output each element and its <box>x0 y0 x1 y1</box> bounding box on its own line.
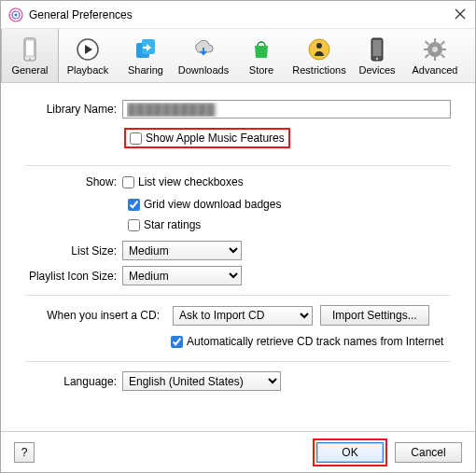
ok-highlight: OK <box>313 438 387 466</box>
library-name-field[interactable] <box>122 100 451 118</box>
gear-icon <box>422 36 448 63</box>
svg-rect-6 <box>26 40 35 56</box>
separator <box>25 165 451 166</box>
list-size-select[interactable]: Medium <box>122 241 242 260</box>
import-settings-button[interactable]: Import Settings... <box>320 305 429 326</box>
tab-general[interactable]: General <box>1 29 59 82</box>
tab-label: Downloads <box>178 64 229 76</box>
svg-point-12 <box>309 39 329 60</box>
list-view-checkboxes-checkbox[interactable] <box>122 176 134 188</box>
tab-playback[interactable]: Playback <box>59 29 117 82</box>
star-ratings-checkbox[interactable] <box>128 219 140 231</box>
svg-point-18 <box>432 47 438 52</box>
ok-button[interactable]: OK <box>316 442 384 463</box>
svg-rect-22 <box>441 49 446 50</box>
apple-music-highlight: Show Apple Music Features <box>124 128 290 148</box>
tab-label: Devices <box>358 64 395 76</box>
tab-devices[interactable]: Devices <box>348 29 406 82</box>
svg-rect-21 <box>424 49 428 50</box>
svg-point-7 <box>29 57 31 59</box>
svg-rect-26 <box>425 53 429 58</box>
tab-restrictions[interactable]: Restrictions <box>290 29 348 82</box>
auto-retrieve-checkbox[interactable] <box>171 336 183 348</box>
svg-rect-20 <box>434 56 436 61</box>
tab-label: Advanced <box>413 64 458 76</box>
tab-advanced[interactable]: Advanced <box>406 29 464 82</box>
tab-label: Restrictions <box>292 64 345 76</box>
separator <box>25 361 451 362</box>
tab-label: Playback <box>67 64 109 76</box>
close-icon[interactable] <box>455 8 468 21</box>
svg-point-16 <box>376 57 378 59</box>
sharing-icon <box>133 36 159 63</box>
library-name-label: Library Name: <box>25 103 122 116</box>
restrictions-icon <box>306 36 332 63</box>
svg-rect-25 <box>441 40 445 45</box>
store-icon <box>248 36 274 63</box>
svg-rect-24 <box>441 53 445 58</box>
cd-action-select[interactable]: Ask to Import CD <box>173 306 313 326</box>
list-size-label: List Size: <box>25 244 122 257</box>
playlist-icon-size-label: Playlist Icon Size: <box>25 270 122 283</box>
play-icon <box>75 36 101 63</box>
star-ratings-label: Star ratings <box>144 218 201 231</box>
svg-rect-19 <box>434 38 436 43</box>
footer: ? OK Cancel <box>1 431 475 472</box>
separator <box>25 295 451 296</box>
language-select[interactable]: English (United States) <box>122 371 281 391</box>
playlist-icon-size-select[interactable]: Medium <box>122 266 242 285</box>
tab-sharing[interactable]: Sharing <box>117 29 175 82</box>
show-apple-music-label: Show Apple Music Features <box>146 132 285 145</box>
tab-store[interactable]: Store <box>232 29 290 82</box>
devices-icon <box>364 36 390 63</box>
language-label: Language: <box>25 375 122 388</box>
cloud-download-icon <box>190 36 217 63</box>
show-apple-music-checkbox[interactable] <box>130 132 142 145</box>
cancel-button[interactable]: Cancel <box>395 442 462 463</box>
device-icon <box>17 36 43 63</box>
svg-point-2 <box>15 13 18 16</box>
tab-downloads[interactable]: Downloads <box>175 29 232 82</box>
titlebar: General Preferences <box>1 1 475 29</box>
window-title: General Preferences <box>29 8 455 21</box>
svg-point-13 <box>316 43 322 49</box>
show-label: Show: <box>25 175 122 188</box>
help-button[interactable]: ? <box>14 442 35 463</box>
auto-retrieve-label: Automatically retrieve CD track names fr… <box>187 335 443 348</box>
preferences-window: General Preferences General Playback Sha… <box>0 0 476 473</box>
list-view-checkboxes-label: List view checkboxes <box>138 175 244 188</box>
app-icon <box>8 7 23 22</box>
grid-view-badges-label: Grid view download badges <box>144 198 281 211</box>
cd-insert-label: When you insert a CD: <box>25 309 165 322</box>
tab-label: Sharing <box>128 64 163 76</box>
general-pane: Library Name: Show Apple Music Features … <box>1 83 475 431</box>
svg-rect-23 <box>425 40 429 45</box>
svg-rect-15 <box>373 40 382 56</box>
tab-label: General <box>11 64 48 76</box>
tab-label: Store <box>249 64 273 76</box>
toolbar: General Playback Sharing Downloads Store <box>1 29 475 83</box>
grid-view-badges-checkbox[interactable] <box>128 199 140 211</box>
